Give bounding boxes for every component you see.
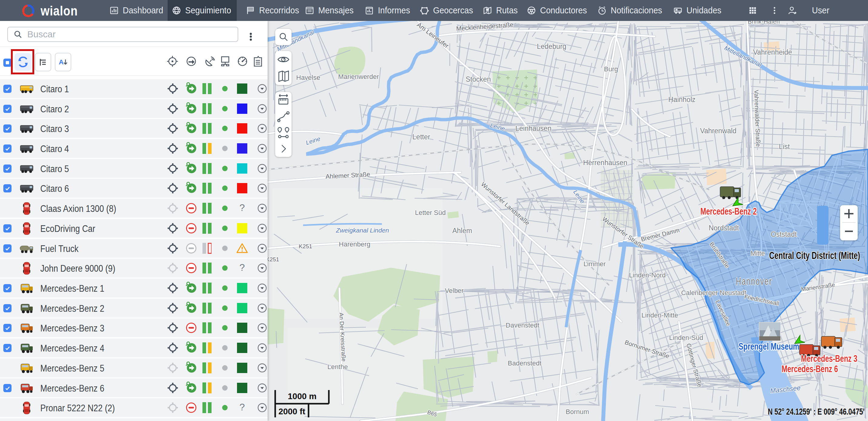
svg-text:Linden-Mitte: Linden-Mitte [641, 311, 678, 319]
svg-text:Hainholz: Hainholz [668, 95, 695, 104]
svg-text:Calenberger Neustadt: Calenberger Neustadt [681, 289, 746, 297]
svg-text:Linden-Nord: Linden-Nord [629, 271, 665, 279]
svg-text:Oststadt: Oststadt [771, 230, 797, 238]
svg-text:Mercedes-Benz 3: Mercedes-Benz 3 [801, 353, 858, 364]
svg-text:Mercedes-Benz 6: Mercedes-Benz 6 [782, 364, 838, 374]
svg-text:Bornum: Bornum [565, 408, 589, 416]
svg-text:Lenthe: Lenthe [327, 363, 348, 371]
svg-text:A: A [59, 58, 64, 66]
svg-text:Mitte: Mitte [750, 250, 765, 257]
svg-text:Hannover: Hannover [736, 276, 772, 287]
svg-text:Vahrenheide: Vahrenheide [753, 48, 792, 56]
svg-text:Vahrenwald: Vahrenwald [700, 127, 737, 135]
svg-text:Sprengel Museum: Sprengel Museum [739, 341, 799, 352]
svg-text:Limmer: Limmer [583, 260, 606, 268]
svg-text:Stöcken: Stöcken [466, 75, 491, 83]
svg-text:Herrenhausen: Herrenhausen [583, 159, 627, 167]
svg-text:2000 ft: 2000 ft [279, 407, 306, 416]
svg-text:Central City District (Mitte): Central City District (Mitte) [769, 250, 860, 261]
svg-text:Badenstedt: Badenstedt [508, 359, 541, 367]
svg-text:Letter Süd: Letter Süd [415, 209, 446, 217]
svg-text:Ahlem: Ahlem [452, 227, 472, 235]
svg-text:Letter: Letter [412, 133, 430, 141]
svg-text:Havelse: Havelse [296, 74, 320, 81]
svg-text:Ledeburg: Ledeburg [537, 43, 566, 50]
svg-text:Marienwerder: Marienwerder [338, 73, 379, 80]
svg-text:Nordstadt: Nordstadt [709, 224, 739, 232]
svg-text:Leinhausen: Leinhausen [516, 124, 552, 132]
svg-text:Davenstedt: Davenstedt [505, 321, 539, 329]
svg-text:List: List [779, 143, 790, 150]
svg-text:Brink-Hafen: Brink-Hafen [748, 21, 780, 25]
svg-text:Linden-Süd: Linden-Süd [669, 334, 704, 341]
svg-text:Mercedes-Benz 2: Mercedes-Benz 2 [701, 206, 757, 217]
svg-text:Zweigkanal Linden: Zweigkanal Linden [336, 227, 389, 234]
svg-text:K251: K251 [268, 256, 279, 262]
svg-text:Burg: Burg [604, 65, 618, 73]
svg-text:Velber: Velber [445, 287, 464, 294]
svg-text:Harenberg: Harenberg [339, 241, 370, 248]
svg-text:1000 m: 1000 m [288, 392, 317, 401]
svg-text:K251: K251 [299, 243, 312, 250]
